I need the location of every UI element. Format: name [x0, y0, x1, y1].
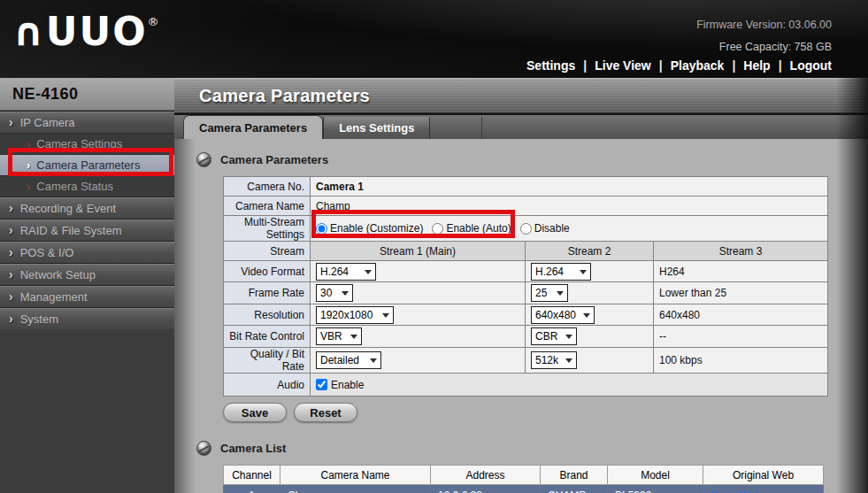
- quality-stream2-select[interactable]: 512k: [531, 351, 577, 369]
- frame-rate-label: Frame Rate: [224, 282, 311, 304]
- col-camera-name: Camera Name: [280, 466, 431, 485]
- sidebar-item-label: Camera Parameters: [36, 158, 140, 172]
- nav-help[interactable]: Help: [743, 58, 770, 73]
- nav-live-view[interactable]: Live View: [595, 58, 651, 73]
- sidebar-item-label: POS & I/O: [20, 246, 74, 259]
- audio-enable-checkbox[interactable]: [316, 379, 327, 390]
- sidebar-item-pos-io[interactable]: › POS & I/O: [0, 241, 174, 263]
- content: Camera Parameters Camera No. Camera 1 Ca…: [174, 149, 868, 493]
- nav-settings[interactable]: Settings: [526, 58, 575, 73]
- col-address: Address: [431, 466, 541, 485]
- save-button[interactable]: Save: [223, 403, 287, 422]
- camera-list-header-row: Channel Camera Name Address Brand Model …: [224, 466, 824, 485]
- registered-mark: ®: [148, 15, 159, 28]
- table-row: Multi-Stream Settings Enable (Customize)…: [224, 216, 828, 242]
- sidebar-item-label: IP Camera: [20, 116, 75, 129]
- bit-rate-stream2-select[interactable]: CBR: [531, 327, 577, 345]
- page-title-bar: Camera Parameters: [174, 78, 868, 113]
- sidebar-item-camera-settings[interactable]: › Camera Settings: [0, 133, 174, 154]
- top-nav: Settings | Live View | Playback | Help |…: [526, 58, 832, 73]
- section-camera-parameters: Camera Parameters: [196, 149, 868, 170]
- video-format-stream1-select[interactable]: H.264: [316, 263, 376, 281]
- stream1-header: Stream 1 (Main): [311, 242, 526, 261]
- resolution-stream2-select[interactable]: 640x480: [531, 306, 595, 324]
- sidebar-item-management[interactable]: › Management: [0, 285, 174, 307]
- bit-rate-stream2-select-wrap: CBR: [531, 327, 577, 345]
- sidebar-item-label: Camera Settings: [36, 137, 122, 150]
- bit-rate-stream3-value: --: [654, 326, 828, 348]
- cell-camera-name: Champ: [280, 485, 431, 493]
- bit-rate-stream1-select[interactable]: VBR: [316, 327, 362, 345]
- table-row: Frame Rate 30 25 Lower than 25: [224, 282, 828, 304]
- stream3-header: Stream 3: [654, 242, 828, 261]
- camera-list-row[interactable]: 1 Champ 10.0.6.32 CHAMP BL5302 Go to Web: [224, 485, 824, 493]
- radio-enable-customize[interactable]: Enable (Customize): [316, 222, 423, 235]
- device-name: NE-4160: [0, 78, 174, 111]
- sidebar-item-camera-parameters[interactable]: › Camera Parameters: [0, 154, 174, 175]
- radio-enable-auto[interactable]: Enable (Auto): [432, 222, 511, 235]
- cell-model: BL5302: [608, 485, 703, 493]
- nav-logout[interactable]: Logout: [790, 58, 832, 73]
- tab-lens-settings[interactable]: Lens Settings: [323, 117, 430, 139]
- sidebar-item-ip-camera[interactable]: › IP Camera: [0, 111, 174, 133]
- button-row: Save Reset: [223, 403, 868, 422]
- chevron-right-icon: ›: [9, 224, 13, 236]
- col-model: Model: [608, 466, 703, 485]
- sidebar-item-raid-file-system[interactable]: › RAID & File System: [0, 219, 174, 241]
- section-title: Camera List: [220, 442, 286, 455]
- table-row: Video Format H.264 H.264 H264: [224, 261, 828, 282]
- sidebar: NE-4160 › IP Camera › Camera Settings › …: [0, 78, 174, 493]
- table-row: Camera No. Camera 1: [224, 177, 828, 196]
- sidebar-item-system[interactable]: › System: [0, 307, 174, 329]
- app-header: ∩UUO® Firmware Version: 03.06.00 Free Ca…: [0, 0, 868, 78]
- col-brand: Brand: [541, 466, 608, 485]
- go-to-web-link[interactable]: Go to Web: [711, 489, 761, 493]
- reset-button[interactable]: Reset: [294, 403, 357, 422]
- table-row: Audio Enable: [224, 374, 828, 397]
- quality-bit-rate-label: Quality / Bit Rate: [224, 348, 311, 374]
- chevron-right-icon: ›: [9, 116, 13, 128]
- chevron-right-icon: ›: [27, 138, 30, 150]
- radio-disable[interactable]: Disable: [520, 222, 570, 235]
- nav-separator: |: [659, 58, 663, 73]
- audio-enable-checkbox-label[interactable]: Enable: [316, 379, 822, 391]
- tab-divider: [481, 117, 482, 139]
- table-row: Quality / Bit Rate Detailed 512k 100 kbp…: [224, 348, 828, 374]
- radio-enable-customize-input[interactable]: [316, 223, 327, 235]
- frame-rate-stream2-select[interactable]: 25: [531, 284, 568, 302]
- quality-stream1-select[interactable]: Detailed: [316, 351, 381, 369]
- section-title: Camera Parameters: [220, 153, 328, 166]
- sidebar-item-label: Camera Status: [36, 180, 113, 193]
- tab-bar: Camera Parameters Lens Settings: [174, 113, 868, 139]
- resolution-stream1-select[interactable]: 1920x1080: [316, 306, 394, 324]
- chevron-right-icon: ›: [9, 246, 13, 258]
- quality-stream3-value: 100 kbps: [654, 348, 828, 374]
- frame-rate-stream1-select[interactable]: 30: [316, 284, 353, 302]
- table-row: Stream Stream 1 (Main) Stream 2 Stream 3: [224, 242, 828, 261]
- sidebar-item-label: RAID & File System: [20, 224, 122, 237]
- radio-disable-input[interactable]: [520, 223, 532, 235]
- camera-parameters-table: Camera No. Camera 1 Camera Name Champ Mu…: [223, 176, 828, 397]
- video-format-stream2-select[interactable]: H.264: [531, 263, 591, 281]
- resolution-stream1-select-wrap: 1920x1080: [316, 306, 394, 324]
- tab-camera-parameters[interactable]: Camera Parameters: [183, 115, 323, 139]
- radio-enable-auto-input[interactable]: [432, 223, 443, 235]
- table-row: Resolution 1920x1080 640x480 640x480: [224, 304, 828, 326]
- chevron-right-icon: ›: [27, 159, 30, 171]
- firmware-version: Firmware Version: 03.06.00: [696, 19, 832, 31]
- resolution-label: Resolution: [224, 304, 311, 326]
- sphere-icon: [196, 441, 211, 456]
- chevron-right-icon: ›: [9, 312, 13, 325]
- sidebar-item-network-setup[interactable]: › Network Setup: [0, 263, 174, 285]
- main-area: Camera Parameters Camera Parameters Lens…: [174, 78, 868, 493]
- sidebar-item-recording-event[interactable]: › Recording & Event: [0, 196, 174, 219]
- sidebar-item-label: Network Setup: [20, 268, 96, 281]
- nav-playback[interactable]: Playback: [671, 58, 725, 73]
- quality-stream2-select-wrap: 512k: [531, 351, 577, 369]
- video-format-stream2-select-wrap: H.264: [531, 263, 591, 281]
- section-camera-list: Camera List: [196, 437, 868, 458]
- video-format-stream3-value: H264: [654, 261, 828, 282]
- sidebar-item-camera-status[interactable]: › Camera Status: [0, 175, 174, 196]
- cell-brand: CHAMP: [541, 485, 608, 493]
- cell-address: 10.0.6.32: [431, 485, 541, 493]
